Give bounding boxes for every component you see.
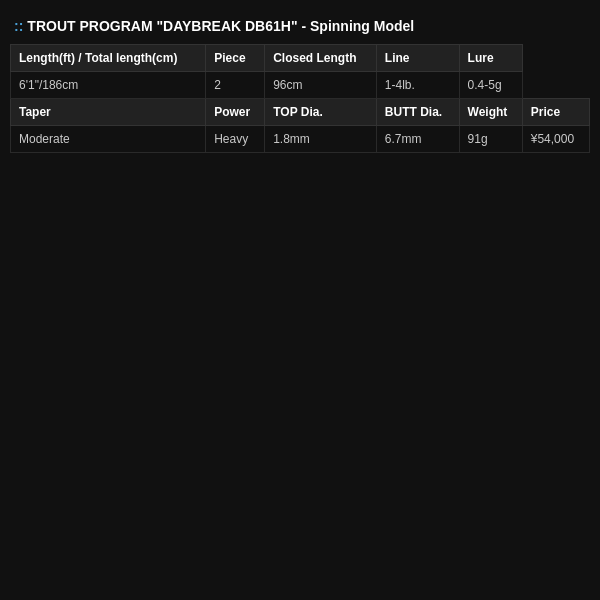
col-header-length: Length(ft) / Total length(cm) [11,45,206,72]
product-title: ::TROUT PROGRAM "DAYBREAK DB61H" - Spinn… [10,10,590,42]
col-header-top-dia: TOP Dia. [265,99,377,126]
col-header-piece: Piece [206,45,265,72]
col-header-power: Power [206,99,265,126]
cell-power: Heavy [206,126,265,153]
product-title-text: TROUT PROGRAM "DAYBREAK DB61H" - Spinnin… [27,18,414,34]
header-row-2: Taper Power TOP Dia. BUTT Dia. Weight Pr… [11,99,590,126]
cell-line: 1-4lb. [376,72,459,99]
cell-length: 6'1"/186cm [11,72,206,99]
cell-butt-dia: 6.7mm [376,126,459,153]
cell-piece: 2 [206,72,265,99]
cell-price: ¥54,000 [522,126,589,153]
cell-closed-length: 96cm [265,72,377,99]
col-header-price: Price [522,99,589,126]
page-container: ::TROUT PROGRAM "DAYBREAK DB61H" - Spinn… [0,0,600,600]
specs-table: Length(ft) / Total length(cm) Piece Clos… [10,44,590,153]
col-header-line: Line [376,45,459,72]
col-header-weight: Weight [459,99,522,126]
col-header-taper: Taper [11,99,206,126]
cell-lure: 0.4-5g [459,72,522,99]
title-prefix: :: [14,18,23,34]
header-row-1: Length(ft) / Total length(cm) Piece Clos… [11,45,590,72]
cell-weight: 91g [459,126,522,153]
col-header-butt-dia: BUTT Dia. [376,99,459,126]
col-header-closed-length: Closed Length [265,45,377,72]
data-row-2: Moderate Heavy 1.8mm 6.7mm 91g ¥54,000 [11,126,590,153]
col-header-lure: Lure [459,45,522,72]
cell-top-dia: 1.8mm [265,126,377,153]
cell-taper: Moderate [11,126,206,153]
data-row-1: 6'1"/186cm 2 96cm 1-4lb. 0.4-5g [11,72,590,99]
